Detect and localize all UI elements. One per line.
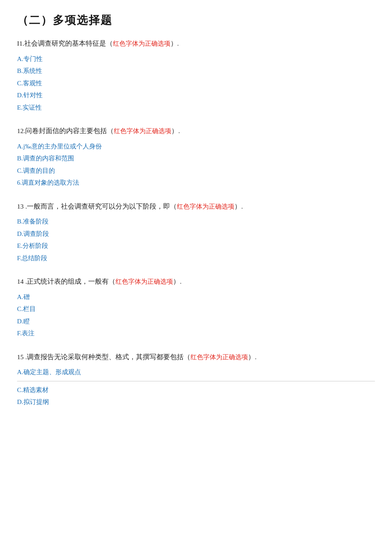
- option-q11e[interactable]: E.实证性: [17, 102, 375, 114]
- option-q11d[interactable]: D.针对性: [17, 89, 375, 102]
- option-q15c[interactable]: C.精选素材: [17, 384, 375, 396]
- option-q12d[interactable]: 6.调直对象的选取方法: [17, 177, 375, 189]
- option-q15a[interactable]: A.确定主题、形成观点: [17, 366, 375, 378]
- option-q12a[interactable]: A.j‰意的主办里位或个人身份: [17, 140, 375, 153]
- question-text-4: 14 .正式统计表的组成，一般有（红色字体为正确选项）.: [17, 276, 375, 288]
- option-q12c[interactable]: C.调查的目的: [17, 165, 375, 177]
- question-number-3: 13: [17, 203, 24, 210]
- question-number-5: 15: [17, 353, 24, 360]
- option-q11a[interactable]: A.专门性: [17, 53, 375, 65]
- option-q14c[interactable]: C.栏目: [17, 303, 375, 315]
- option-q13f[interactable]: F.总结阶段: [17, 252, 375, 264]
- option-q14a[interactable]: A.磳: [17, 291, 375, 303]
- option-q13d[interactable]: D.调查阶段: [17, 228, 375, 240]
- question-hint-4: 红色字体为正确选项: [115, 278, 173, 285]
- option-q15d[interactable]: D.拟订提纲: [17, 396, 375, 408]
- question-body-3: .一般而言，社会调查研究可以分为以下阶段，即: [24, 203, 170, 210]
- question-block-3: 13 .一般而言，社会调查研究可以分为以下阶段，即（红色字体为正确选项）.B.准…: [17, 201, 375, 264]
- question-hint-3: 红色字体为正确选项: [177, 203, 234, 210]
- option-q13b[interactable]: B.准备阶段: [17, 215, 375, 228]
- question-body-1: 社会调查研究的基本特征是: [24, 40, 106, 47]
- question-block-5: 15 .调查报告无论采取何种类型、格式，其撰写都要包括（红色字体为正确选项）.A…: [17, 352, 375, 408]
- question-number-1: I1.: [17, 40, 24, 47]
- question-body-5: .调查报告无论采取何种类型、格式，其撰写都要包括: [24, 353, 184, 360]
- question-text-2: 12.问卷封面信的内容主要包括（红色字体为正确选项）.: [17, 125, 375, 137]
- question-hint-5: 红色字体为正确选项: [190, 354, 248, 360]
- question-text-5: 15 .调查报告无论采取何种类型、格式，其撰写都要包括（红色字体为正确选项）.: [17, 352, 375, 363]
- question-block-1: I1.社会调查研究的基本特征是（红色字体为正确选项）.A.专门性B.系统性C.客…: [17, 38, 375, 113]
- question-body-2: 问卷封面信的内容主要包括: [25, 127, 107, 134]
- section-title: （二）多项选择题: [17, 13, 375, 28]
- question-hint-2: 红色字体为正确选项: [114, 128, 171, 134]
- question-text-3: 13 .一般而言，社会调查研究可以分为以下阶段，即（红色字体为正确选项）.: [17, 201, 375, 212]
- question-block-2: 12.问卷封面信的内容主要包括（红色字体为正确选项）.A.j‰意的主办里位或个人…: [17, 125, 375, 189]
- question-hint-1: 红色字体为正确选项: [113, 40, 170, 47]
- question-block-4: 14 .正式统计表的组成，一般有（红色字体为正确选项）.A.磳C.栏目D.瞪F.…: [17, 276, 375, 340]
- question-number-4: 14: [17, 278, 24, 285]
- divider: [17, 381, 375, 381]
- option-q14d[interactable]: D.瞪: [17, 315, 375, 328]
- question-text-1: I1.社会调查研究的基本特征是（红色字体为正确选项）.: [17, 38, 375, 49]
- option-q13e[interactable]: E.分析阶段: [17, 240, 375, 252]
- option-q12b[interactable]: B.调查的内容和范围: [17, 152, 375, 165]
- question-body-4: .正式统计表的组成，一般有: [24, 278, 109, 285]
- option-q11b[interactable]: B.系统性: [17, 65, 375, 77]
- option-q14f[interactable]: F.表注: [17, 327, 375, 340]
- option-q11c[interactable]: C.客观性: [17, 77, 375, 90]
- question-number-2: 12.: [17, 127, 25, 134]
